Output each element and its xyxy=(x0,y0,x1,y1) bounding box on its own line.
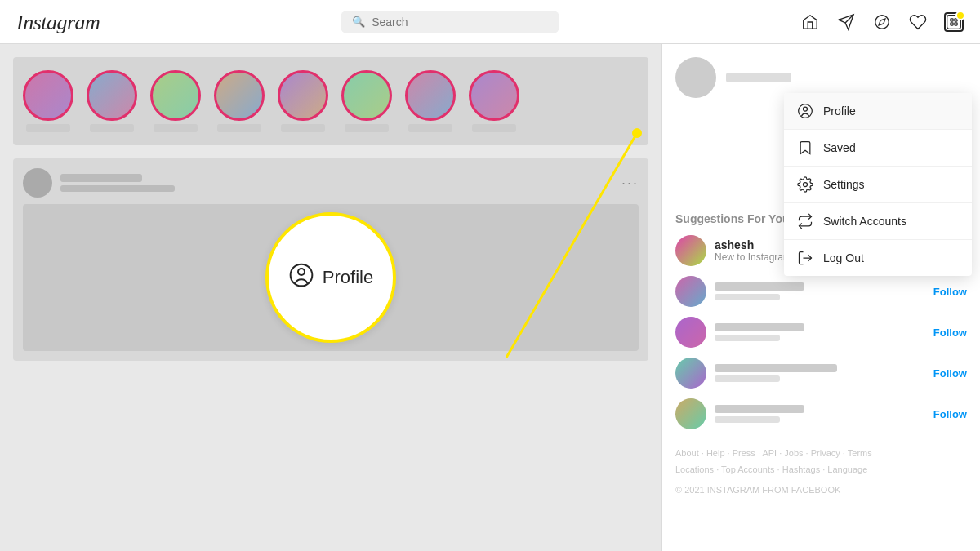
post-user-info xyxy=(60,174,613,192)
suggestion-row: Follow xyxy=(675,358,967,389)
footer-copyright: © 2021 INSTAGRAM FROM FACEBOOK xyxy=(675,485,967,495)
footer-language[interactable]: Language xyxy=(827,464,867,474)
suggestion-name-bar xyxy=(715,323,804,331)
suggestion-avatar xyxy=(675,358,706,389)
story-name xyxy=(472,124,516,132)
follow-button[interactable]: Follow xyxy=(933,286,967,298)
post-header: ··· xyxy=(23,168,639,198)
current-user-name xyxy=(726,73,791,82)
suggestion-avatar xyxy=(675,276,706,307)
footer-jobs[interactable]: Jobs xyxy=(784,448,803,458)
instagram-logo[interactable]: Instagram xyxy=(16,9,100,35)
follow-button[interactable]: Follow xyxy=(933,327,967,339)
story-avatar xyxy=(341,70,392,121)
suggestion-avatar xyxy=(675,235,706,266)
post-content: Profile xyxy=(23,204,639,351)
story-name xyxy=(408,124,452,132)
story-item[interactable] xyxy=(405,70,456,132)
gear-icon xyxy=(797,176,813,193)
dropdown-item-saved[interactable]: Saved xyxy=(784,130,972,167)
story-item[interactable] xyxy=(150,70,201,132)
dropdown-profile-label: Profile xyxy=(823,104,856,118)
suggestion-row: Follow xyxy=(675,398,967,429)
suggestion-avatar xyxy=(675,317,706,348)
story-name xyxy=(26,124,70,132)
svg-point-7 xyxy=(298,269,305,275)
stories-row xyxy=(13,57,648,145)
suggestion-info xyxy=(715,282,925,300)
right-sidebar: Profile Saved Settings xyxy=(662,44,980,551)
story-item[interactable] xyxy=(341,70,392,132)
svg-point-12 xyxy=(804,183,808,187)
footer-terms[interactable]: Terms xyxy=(848,448,872,458)
post-more-options[interactable]: ··· xyxy=(621,175,639,192)
main-content: ··· Profile xyxy=(0,44,980,551)
suggestion-name-bar xyxy=(715,405,804,413)
svg-point-0 xyxy=(875,15,889,29)
send-icon[interactable] xyxy=(836,12,856,32)
story-item[interactable] xyxy=(87,70,137,132)
profile-nav-icon[interactable] xyxy=(944,12,964,32)
footer-api[interactable]: API xyxy=(762,448,777,458)
footer-hashtags[interactable]: Hashtags xyxy=(782,464,820,474)
story-avatar xyxy=(150,70,201,121)
compass-icon[interactable] xyxy=(872,12,892,32)
follow-button[interactable]: Follow xyxy=(933,367,967,380)
follow-button[interactable]: Follow xyxy=(933,408,967,420)
svg-rect-5 xyxy=(955,22,957,24)
suggestion-info xyxy=(715,323,925,341)
profile-circle-highlight: Profile xyxy=(265,212,396,343)
search-bar[interactable]: 🔍 xyxy=(341,11,559,33)
suggestion-row: Follow xyxy=(675,276,967,307)
svg-rect-4 xyxy=(951,22,953,24)
bookmark-icon xyxy=(797,140,813,156)
suggestion-info xyxy=(715,405,925,423)
dropdown-saved-label: Saved xyxy=(823,141,856,154)
profile-circle-icon xyxy=(288,262,314,294)
suggestion-sub-bar xyxy=(715,294,780,300)
story-item[interactable] xyxy=(469,70,519,132)
suggestion-name-bar xyxy=(715,282,804,291)
home-icon[interactable] xyxy=(800,12,820,32)
dropdown-item-switch[interactable]: Switch Accounts xyxy=(784,203,972,240)
dropdown-item-settings[interactable]: Settings xyxy=(784,167,972,203)
footer-about[interactable]: About xyxy=(675,448,699,458)
story-avatar xyxy=(214,70,265,121)
yellow-indicator xyxy=(956,11,965,20)
dropdown-item-profile[interactable]: Profile xyxy=(784,93,972,130)
footer-help[interactable]: Help xyxy=(706,448,725,458)
header: Instagram 🔍 xyxy=(0,0,980,44)
dropdown-menu: Profile Saved Settings xyxy=(784,93,972,276)
footer-locations[interactable]: Locations xyxy=(675,464,714,474)
svg-rect-2 xyxy=(951,18,953,20)
story-item[interactable] xyxy=(23,70,74,132)
story-name xyxy=(345,124,389,132)
suggestion-name-bar xyxy=(715,364,837,372)
story-avatar xyxy=(405,70,456,121)
suggestion-row: Follow xyxy=(675,317,967,348)
suggestion-sub-bar xyxy=(715,375,780,382)
story-avatar xyxy=(278,70,328,121)
post-card: ··· Profile xyxy=(13,158,648,361)
story-avatar xyxy=(87,70,137,121)
post-avatar xyxy=(23,168,52,198)
story-item[interactable] xyxy=(278,70,328,132)
logout-icon xyxy=(797,250,813,266)
footer-privacy[interactable]: Privacy xyxy=(811,448,840,458)
footer-links: About · Help · Press · API · Jobs · Priv… xyxy=(675,446,967,478)
feed-area: ··· Profile xyxy=(0,44,662,551)
story-avatar xyxy=(469,70,519,121)
dropdown-item-logout[interactable]: Log Out xyxy=(784,240,972,276)
footer-press[interactable]: Press xyxy=(733,448,755,458)
heart-icon[interactable] xyxy=(908,12,928,32)
story-item[interactable] xyxy=(214,70,265,132)
footer-top-accounts[interactable]: Top Accounts xyxy=(721,464,774,474)
suggestion-sub-bar xyxy=(715,335,780,341)
story-name xyxy=(90,124,134,132)
story-name xyxy=(217,124,261,132)
search-input[interactable] xyxy=(372,16,548,29)
suggestion-avatar xyxy=(675,398,706,429)
dropdown-switch-label: Switch Accounts xyxy=(823,215,906,228)
current-user-avatar xyxy=(675,57,716,98)
post-subtext xyxy=(60,185,175,192)
